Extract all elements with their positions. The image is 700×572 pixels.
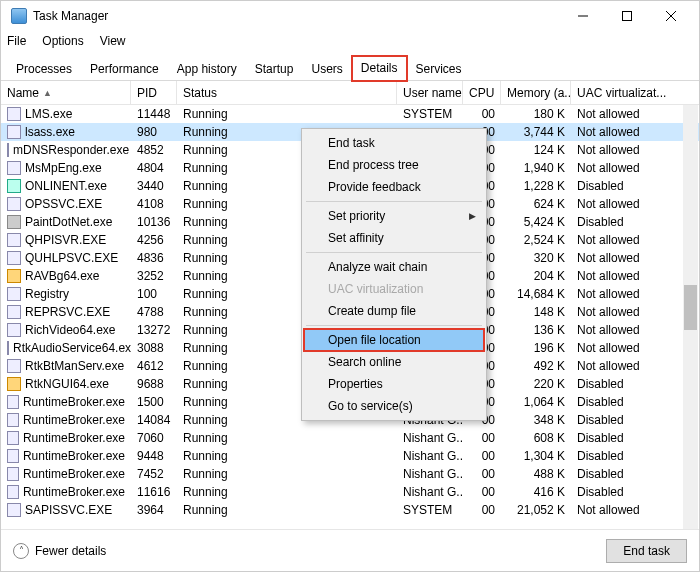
process-icon bbox=[7, 413, 19, 427]
process-icon bbox=[7, 449, 19, 463]
context-menu-item-end-task[interactable]: End task bbox=[304, 132, 484, 154]
process-icon bbox=[7, 251, 21, 265]
context-menu-separator bbox=[306, 201, 482, 202]
vertical-scrollbar[interactable] bbox=[683, 105, 698, 529]
context-menu-item-provide-feedback[interactable]: Provide feedback bbox=[304, 176, 484, 198]
sort-arrow-icon: ▲ bbox=[43, 88, 52, 98]
process-icon bbox=[7, 143, 9, 157]
col-name[interactable]: Name▲ bbox=[1, 81, 131, 104]
table-row[interactable]: RuntimeBroker.exe9448RunningNishant G...… bbox=[1, 447, 699, 465]
svg-rect-1 bbox=[623, 12, 632, 21]
menu-file[interactable]: File bbox=[7, 34, 26, 48]
tab-users[interactable]: Users bbox=[302, 57, 351, 81]
context-menu-item-create-dump-file[interactable]: Create dump file bbox=[304, 300, 484, 322]
col-pid[interactable]: PID bbox=[131, 81, 177, 104]
col-user[interactable]: User name bbox=[397, 81, 463, 104]
process-icon bbox=[7, 323, 21, 337]
tab-startup[interactable]: Startup bbox=[246, 57, 303, 81]
menu-view[interactable]: View bbox=[100, 34, 126, 48]
process-icon bbox=[7, 197, 21, 211]
column-headers: Name▲ PID Status User name CPU Memory (a… bbox=[1, 81, 699, 105]
context-menu-item-open-file-location[interactable]: Open file location bbox=[304, 329, 484, 351]
app-icon bbox=[11, 8, 27, 24]
process-icon bbox=[7, 179, 21, 193]
process-icon bbox=[7, 377, 21, 391]
context-menu-item-properties[interactable]: Properties bbox=[304, 373, 484, 395]
process-icon bbox=[7, 107, 21, 121]
fewer-details-toggle[interactable]: ˄ Fewer details bbox=[13, 543, 106, 559]
process-icon bbox=[7, 359, 21, 373]
col-uac[interactable]: UAC virtualizat... bbox=[571, 81, 699, 104]
col-mem[interactable]: Memory (a... bbox=[501, 81, 571, 104]
context-menu-item-search-online[interactable]: Search online bbox=[304, 351, 484, 373]
process-icon bbox=[7, 503, 21, 517]
process-icon bbox=[7, 395, 19, 409]
tab-app-history[interactable]: App history bbox=[168, 57, 246, 81]
table-row[interactable]: RuntimeBroker.exe7452RunningNishant G...… bbox=[1, 465, 699, 483]
tab-performance[interactable]: Performance bbox=[81, 57, 168, 81]
tab-processes[interactable]: Processes bbox=[7, 57, 81, 81]
col-cpu[interactable]: CPU bbox=[463, 81, 501, 104]
context-menu-item-set-priority[interactable]: Set priority▶ bbox=[304, 205, 484, 227]
window-title: Task Manager bbox=[33, 9, 108, 23]
col-status[interactable]: Status bbox=[177, 81, 397, 104]
minimize-button[interactable] bbox=[561, 1, 605, 31]
end-task-button[interactable]: End task bbox=[606, 539, 687, 563]
chevron-right-icon: ▶ bbox=[469, 211, 476, 221]
process-icon bbox=[7, 485, 19, 499]
context-menu-item-uac-virtualization: UAC virtualization bbox=[304, 278, 484, 300]
maximize-button[interactable] bbox=[605, 1, 649, 31]
process-icon bbox=[7, 431, 19, 445]
tabstrip: ProcessesPerformanceApp historyStartupUs… bbox=[1, 51, 699, 81]
process-icon bbox=[7, 467, 19, 481]
table-row[interactable]: RuntimeBroker.exe11616RunningNishant G..… bbox=[1, 483, 699, 501]
context-menu-item-analyze-wait-chain[interactable]: Analyze wait chain bbox=[304, 256, 484, 278]
context-menu-separator bbox=[306, 252, 482, 253]
context-menu-item-set-affinity[interactable]: Set affinity bbox=[304, 227, 484, 249]
process-icon bbox=[7, 341, 9, 355]
process-icon bbox=[7, 305, 21, 319]
scrollbar-thumb[interactable] bbox=[684, 285, 697, 330]
process-icon bbox=[7, 161, 21, 175]
table-row[interactable]: SAPISSVC.EXE3964RunningSYSTEM0021,052 KN… bbox=[1, 501, 699, 519]
tab-services[interactable]: Services bbox=[407, 57, 471, 81]
table-row[interactable]: LMS.exe11448RunningSYSTEM00180 KNot allo… bbox=[1, 105, 699, 123]
chevron-up-icon: ˄ bbox=[13, 543, 29, 559]
close-button[interactable] bbox=[649, 1, 693, 31]
context-menu: End taskEnd process treeProvide feedback… bbox=[301, 128, 487, 421]
process-icon bbox=[7, 215, 21, 229]
context-menu-item-end-process-tree[interactable]: End process tree bbox=[304, 154, 484, 176]
process-icon bbox=[7, 125, 21, 139]
process-icon bbox=[7, 287, 21, 301]
context-menu-item-go-to-service-s-[interactable]: Go to service(s) bbox=[304, 395, 484, 417]
footer: ˄ Fewer details End task bbox=[1, 529, 699, 571]
titlebar: Task Manager bbox=[1, 1, 699, 31]
process-icon bbox=[7, 233, 21, 247]
context-menu-separator bbox=[306, 325, 482, 326]
table-row[interactable]: RuntimeBroker.exe7060RunningNishant G...… bbox=[1, 429, 699, 447]
menubar: File Options View bbox=[1, 31, 699, 51]
tab-details[interactable]: Details bbox=[352, 56, 407, 81]
process-icon bbox=[7, 269, 21, 283]
menu-options[interactable]: Options bbox=[42, 34, 83, 48]
